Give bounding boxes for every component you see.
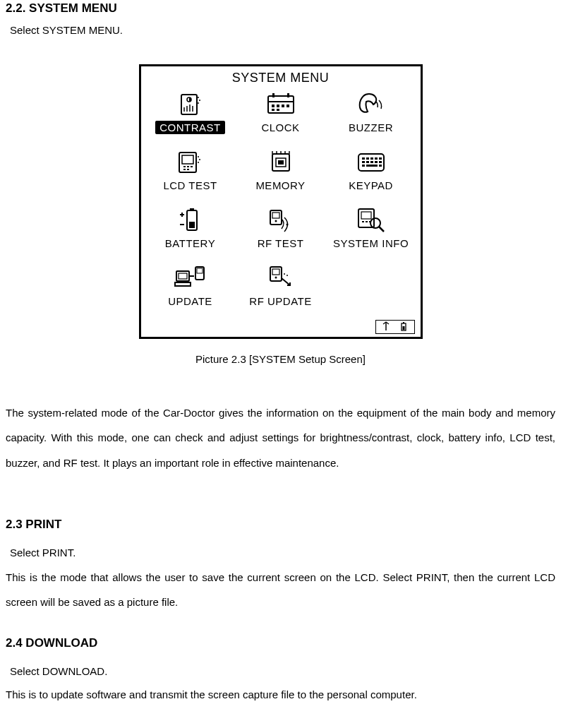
menu-label-clock: CLOCK — [257, 121, 303, 134]
lcd-statusbar — [375, 320, 415, 334]
menu-label-system-info: SYSTEM INFO — [329, 237, 413, 250]
select-download: Select DOWNLOAD. — [10, 659, 555, 684]
menu-item-update[interactable]: UPDATE — [148, 263, 233, 318]
rf-update-icon — [265, 263, 297, 293]
svg-rect-34 — [362, 161, 365, 163]
menu-label-contrast: CONTRAST — [155, 121, 225, 134]
lcd-screenshot-wrap: SYSTEM MENU CONTRAST — [6, 64, 555, 339]
battery-icon — [174, 205, 207, 235]
menu-item-contrast[interactable]: CONTRAST — [148, 90, 233, 145]
svg-rect-16 — [182, 155, 193, 164]
select-system-menu: Select SYSTEM MENU. — [10, 24, 555, 36]
svg-rect-60 — [179, 273, 187, 279]
svg-point-22 — [198, 156, 199, 157]
menu-label-lcd-test: LCD TEST — [159, 179, 221, 192]
rf-test-icon — [265, 205, 297, 235]
svg-rect-33 — [379, 157, 382, 160]
menu-item-battery[interactable]: BATTERY — [148, 205, 233, 261]
svg-rect-53 — [361, 212, 371, 219]
svg-rect-12 — [286, 105, 289, 107]
svg-rect-30 — [366, 157, 369, 160]
svg-rect-18 — [187, 166, 189, 167]
svg-rect-27 — [278, 160, 284, 165]
svg-point-3 — [199, 100, 200, 101]
svg-rect-65 — [272, 269, 279, 275]
picture-caption: Picture 2.3 [SYSTEM Setup Screen] — [6, 353, 555, 365]
svg-rect-71 — [403, 322, 404, 323]
svg-point-2 — [198, 97, 199, 98]
buzzer-icon — [355, 90, 387, 119]
svg-rect-32 — [375, 157, 378, 160]
select-print: Select PRINT. — [10, 540, 555, 565]
svg-rect-19 — [191, 166, 193, 167]
svg-rect-39 — [362, 165, 365, 167]
menu-item-keypad[interactable]: KEYPAD — [329, 148, 414, 203]
update-icon — [174, 263, 207, 293]
menu-label-memory: MEMORY — [251, 179, 309, 192]
svg-rect-21 — [187, 169, 189, 170]
menu-label-update: UPDATE — [164, 294, 217, 308]
svg-rect-13 — [272, 109, 275, 111]
antenna-icon — [382, 321, 390, 333]
svg-rect-49 — [272, 213, 279, 218]
svg-rect-36 — [370, 161, 373, 163]
section-2-2-para: The system-related mode of the Car-Docto… — [6, 400, 555, 475]
svg-line-58 — [379, 227, 384, 232]
svg-rect-20 — [183, 169, 186, 170]
menu-item-buzzer[interactable]: BUZZER — [329, 90, 414, 145]
menu-item-clock[interactable]: CLOCK — [239, 90, 323, 145]
clock-icon — [265, 90, 297, 119]
contrast-icon — [174, 90, 207, 119]
heading-2-3: 2.3 PRINT — [6, 518, 555, 532]
svg-rect-14 — [277, 109, 279, 111]
svg-point-66 — [275, 277, 277, 279]
svg-rect-17 — [183, 166, 186, 167]
menu-label-keypad: KEYPAD — [344, 179, 397, 192]
svg-rect-7 — [287, 93, 289, 97]
heading-2-2: 2.2. SYSTEM MENU — [6, 1, 555, 16]
lcd-title: SYSTEM MENU — [145, 71, 416, 85]
system-info-icon — [355, 205, 387, 235]
menu-label-battery: BATTERY — [161, 237, 219, 250]
menu-item-system-info[interactable]: SYSTEM INFO — [329, 205, 414, 261]
section-2-4-para: This is to update software and transmit … — [6, 684, 555, 706]
svg-point-4 — [198, 102, 199, 104]
menu-item-lcd-test[interactable]: LCD TEST — [148, 148, 233, 203]
svg-rect-35 — [366, 161, 369, 163]
svg-point-50 — [275, 220, 277, 222]
svg-rect-41 — [379, 165, 382, 167]
svg-point-67 — [284, 273, 285, 275]
battery-status-icon — [399, 321, 408, 333]
svg-rect-6 — [272, 93, 275, 97]
svg-rect-9 — [272, 105, 275, 107]
svg-rect-55 — [366, 221, 368, 222]
svg-rect-11 — [282, 105, 284, 107]
menu-label-buzzer: BUZZER — [344, 121, 397, 134]
svg-rect-44 — [189, 222, 195, 228]
menu-item-memory[interactable]: MEMORY — [239, 148, 323, 203]
svg-rect-29 — [362, 157, 365, 160]
svg-point-68 — [286, 275, 288, 276]
menu-label-rf-test: RF TEST — [253, 237, 308, 250]
svg-point-51 — [286, 224, 288, 226]
menu-item-rf-test[interactable]: RF TEST — [239, 205, 323, 261]
lcd-frame: SYSTEM MENU CONTRAST — [139, 64, 423, 339]
menu-item-empty — [329, 263, 414, 318]
svg-rect-31 — [370, 157, 373, 160]
svg-rect-40 — [366, 165, 378, 167]
menu-grid: CONTRAST — [145, 90, 416, 318]
lcd-test-icon — [174, 148, 207, 177]
svg-point-23 — [199, 159, 200, 160]
menu-label-rf-update: RF UPDATE — [245, 294, 315, 308]
menu-item-rf-update[interactable]: RF UPDATE — [239, 263, 323, 318]
svg-rect-10 — [277, 105, 279, 107]
svg-rect-61 — [175, 282, 191, 286]
svg-rect-38 — [379, 161, 382, 163]
svg-point-57 — [370, 218, 380, 228]
svg-rect-54 — [362, 221, 364, 222]
svg-rect-43 — [190, 208, 194, 211]
svg-point-24 — [198, 162, 199, 163]
svg-rect-37 — [375, 161, 378, 163]
heading-2-4: 2.4 DOWNLOAD — [6, 636, 555, 650]
svg-rect-72 — [403, 326, 405, 330]
